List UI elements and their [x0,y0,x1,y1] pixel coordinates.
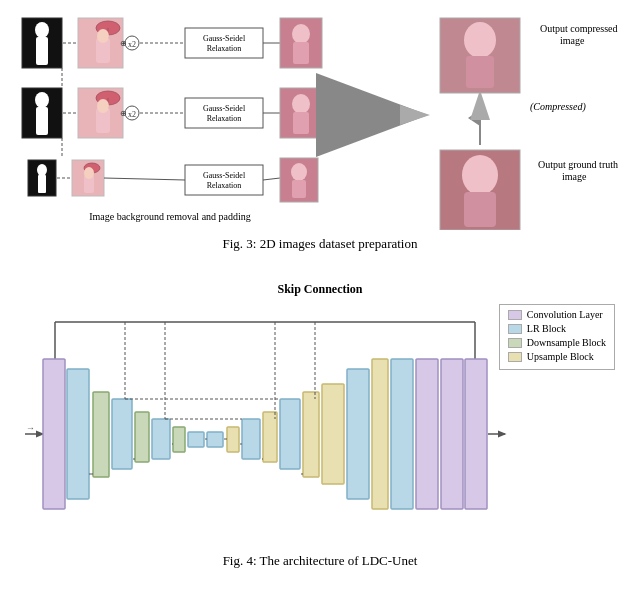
svg-point-29 [97,99,109,113]
unet-svg: → [25,304,535,544]
svg-rect-50 [185,165,263,195]
svg-rect-85 [67,369,89,499]
svg-point-1 [35,22,49,38]
svg-text:x2: x2 [128,40,136,49]
svg-text:⊕: ⊕ [120,39,127,48]
svg-point-8 [97,29,109,43]
fig4-section: Skip Connection Convolution Layer LR Blo… [20,282,620,592]
svg-marker-68 [470,90,490,120]
svg-rect-99 [347,369,369,499]
svg-rect-93 [227,427,239,452]
svg-rect-34 [185,98,263,128]
svg-rect-103 [441,359,463,509]
svg-point-42 [37,164,47,176]
svg-text:Relaxation: Relaxation [207,181,242,190]
svg-text:(Compressed): (Compressed) [530,101,586,113]
svg-rect-43 [38,175,46,193]
svg-text:Gauss-Seidel: Gauss-Seidel [203,171,246,180]
svg-text:Relaxation: Relaxation [207,114,242,123]
svg-point-64 [462,155,498,195]
svg-marker-62 [400,105,430,125]
svg-rect-89 [152,419,170,459]
svg-text:Image background removal and p: Image background removal and padding [89,211,251,222]
svg-rect-91 [188,432,204,447]
svg-rect-102 [416,359,438,509]
svg-rect-88 [135,412,149,462]
svg-rect-100 [372,359,388,509]
svg-point-19 [292,24,310,44]
svg-text:image: image [562,171,587,182]
svg-rect-23 [36,107,48,135]
svg-rect-57 [292,180,306,198]
svg-line-53 [104,178,185,180]
svg-rect-104 [465,359,487,509]
svg-rect-95 [263,412,277,462]
svg-rect-97 [303,392,319,477]
legend-label-conv: Convolution Layer [527,309,603,320]
legend-label-up: Upsample Block [527,351,594,362]
fig3-svg: x2 ⊕ Gauss-Seidel Relaxation [20,10,640,230]
svg-rect-65 [464,192,496,227]
svg-point-39 [292,94,310,114]
svg-rect-40 [293,112,309,134]
svg-rect-14 [185,28,263,58]
svg-text:→: → [26,423,35,433]
svg-rect-92 [207,432,223,447]
svg-line-54 [263,178,280,180]
svg-rect-20 [293,42,309,64]
svg-point-49 [84,167,94,179]
fig4-diagram: Convolution Layer LR Block Downsample Bl… [20,299,620,549]
svg-text:Output compressed: Output compressed [540,23,618,34]
svg-rect-84 [43,359,65,509]
svg-rect-86 [93,392,109,477]
fig4-caption: Fig. 4: The architecture of LDC-Unet [20,553,620,569]
svg-rect-98 [322,384,344,484]
fig3-caption-text: Fig. 3: 2D images dataset preparation [223,236,418,251]
svg-point-56 [291,163,307,181]
svg-rect-94 [242,419,260,459]
fig4-caption-text: Fig. 4: The architecture of LDC-Unet [223,553,418,568]
svg-rect-2 [36,37,48,65]
svg-rect-96 [280,399,300,469]
svg-point-70 [464,22,496,58]
svg-text:Output ground truth: Output ground truth [538,159,618,170]
fig4-title: Skip Connection [20,282,620,297]
fig3-caption: Fig. 3: 2D images dataset preparation [20,234,620,252]
svg-rect-71 [466,56,494,88]
svg-text:image: image [560,35,585,46]
svg-text:x2: x2 [128,110,136,119]
fig3-diagram: x2 ⊕ Gauss-Seidel Relaxation [20,10,620,230]
fig4-title-text: Skip Connection [277,282,362,296]
svg-rect-90 [173,427,185,452]
page: x2 ⊕ Gauss-Seidel Relaxation [0,0,640,611]
svg-rect-101 [391,359,413,509]
svg-text:⊕: ⊕ [120,109,127,118]
svg-point-22 [35,92,49,108]
svg-rect-87 [112,399,132,469]
svg-text:Gauss-Seidel: Gauss-Seidel [203,34,246,43]
svg-text:Gauss-Seidel: Gauss-Seidel [203,104,246,113]
svg-text:Relaxation: Relaxation [207,44,242,53]
fig3-section: x2 ⊕ Gauss-Seidel Relaxation [20,10,620,280]
legend-label-down: Downsample Block [527,337,606,348]
